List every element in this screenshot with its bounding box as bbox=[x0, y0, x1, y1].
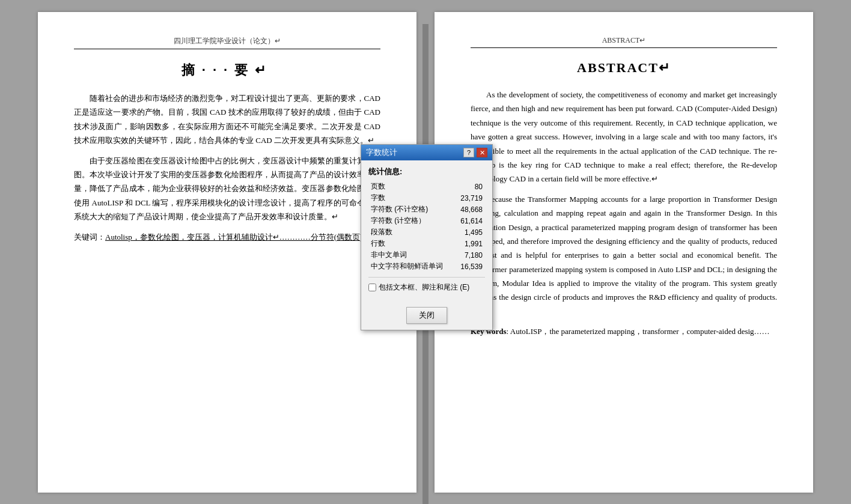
stats-value: 7,180 bbox=[455, 249, 485, 261]
left-paragraph-2: 由于变压器绘图在变压器设计绘图中占的比例大，变压器设计中频繁的重复计算和绘图。本… bbox=[74, 154, 380, 224]
stats-row: 中文字符和朝鲜语单词16,539 bbox=[368, 261, 485, 272]
stats-label: 段落数 bbox=[368, 226, 455, 238]
stats-value: 61,614 bbox=[455, 215, 485, 226]
stats-label: 字符数 (计空格） bbox=[368, 215, 455, 226]
word-count-dialog: 字数统计 ? ✕ 统计信息: 页数80字数23,719字符数 (不计空格)48,… bbox=[361, 144, 493, 330]
keywords-label: 关键词： bbox=[74, 232, 105, 241]
left-page-title: 摘···要↵ bbox=[74, 61, 380, 79]
stats-value: 16,539 bbox=[455, 261, 485, 272]
dialog-titlebar: 字数统计 ? ✕ bbox=[361, 145, 492, 160]
dialog-titlebar-buttons: ? ✕ bbox=[463, 148, 487, 157]
dialog-title: 字数统计 bbox=[366, 147, 397, 158]
stats-label: 页数 bbox=[368, 181, 455, 192]
stats-label: 中文字符和朝鲜语单词 bbox=[368, 261, 455, 272]
right-page-header: ABSTRACT↵ bbox=[471, 36, 777, 48]
stats-value: 1,495 bbox=[455, 226, 485, 238]
left-page: 四川理工学院毕业设计（论文）↵ 摘···要↵ 随着社会的进步和市场经济的激烈竞争… bbox=[38, 12, 416, 493]
right-paragraph-2: Because the Transformer Mapping accounts… bbox=[471, 192, 777, 319]
dialog-help-button[interactable]: ? bbox=[463, 148, 474, 157]
dialog-footer: 关闭 bbox=[361, 303, 492, 330]
stats-row: 行数1,991 bbox=[368, 238, 485, 249]
stats-row: 字符数 (计空格）61,614 bbox=[368, 215, 485, 226]
stats-value: 80 bbox=[455, 181, 485, 192]
stats-label: 非中文单词 bbox=[368, 249, 455, 261]
stats-value: 48,668 bbox=[455, 204, 485, 215]
dialog-close-button[interactable]: 关闭 bbox=[406, 307, 447, 324]
dialog-body: 统计信息: 页数80字数23,719字符数 (不计空格)48,668字符数 (计… bbox=[361, 160, 492, 303]
right-keywords: Key words: AutoLISP，the parameterized ma… bbox=[471, 324, 777, 338]
stats-label: 字符数 (不计空格) bbox=[368, 204, 455, 215]
stats-row: 段落数1,495 bbox=[368, 226, 485, 238]
stats-row: 字符数 (不计空格)48,668 bbox=[368, 204, 485, 215]
stats-value: 1,991 bbox=[455, 238, 485, 249]
dialog-close-title-button[interactable]: ✕ bbox=[477, 148, 487, 157]
dialog-section-title: 统计信息: bbox=[368, 166, 485, 177]
stats-value: 23,719 bbox=[455, 192, 485, 204]
include-checkbox[interactable] bbox=[368, 284, 376, 291]
right-page-title: ABSTRACT↵ bbox=[471, 60, 777, 76]
left-keywords: 关键词：Autolisp，参数化绘图，变压器，计算机辅助设计↵…………分节符(偶… bbox=[74, 230, 380, 244]
stats-row: 非中文单词7,180 bbox=[368, 249, 485, 261]
left-paragraph-1: 随着社会的进步和市场经济的激烈竞争，对工程设计提出了更高、更新的要求，CAD 正… bbox=[74, 91, 380, 148]
dialog-checkbox-row: 包括文本框、脚注和尾注 (E) bbox=[368, 277, 485, 293]
checkbox-label: 包括文本框、脚注和尾注 (E) bbox=[379, 282, 469, 293]
stats-label: 行数 bbox=[368, 238, 455, 249]
right-paragraph-1: As the development of society, the compe… bbox=[471, 88, 777, 186]
keywords-en-value: : AutoLISP，the parameterized mapping，tra… bbox=[507, 327, 770, 336]
stats-row: 字数23,719 bbox=[368, 192, 485, 204]
stats-row: 页数80 bbox=[368, 181, 485, 192]
keywords-value: Autolisp，参数化绘图，变压器，计算机辅助设计↵…………分节符(偶数页)… bbox=[105, 232, 370, 241]
stats-label: 字数 bbox=[368, 192, 455, 204]
stats-table: 页数80字数23,719字符数 (不计空格)48,668字符数 (计空格）61,… bbox=[368, 181, 485, 272]
left-page-header: 四川理工学院毕业设计（论文）↵ bbox=[74, 36, 380, 49]
